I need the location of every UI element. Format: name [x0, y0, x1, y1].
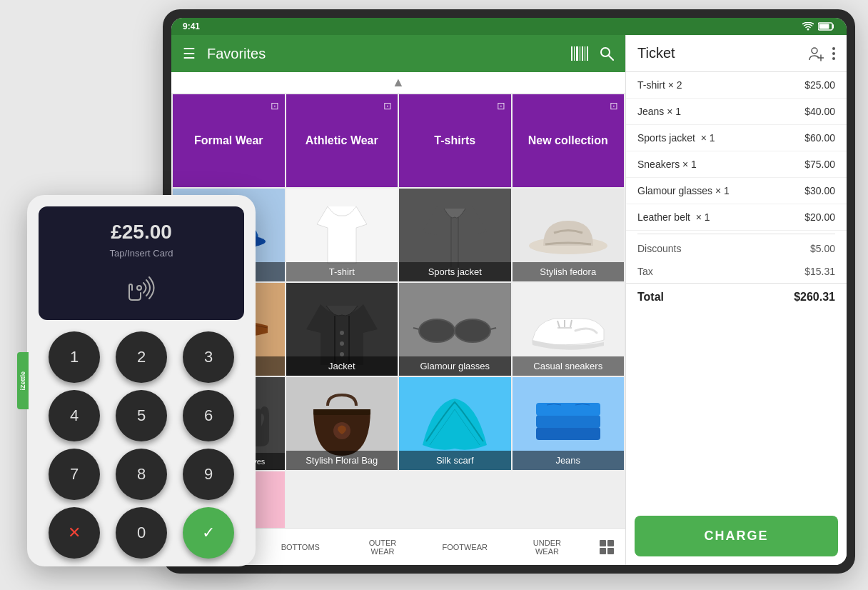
svg-rect-7 [580, 46, 580, 61]
tablet: 9:41 [163, 9, 855, 574]
svg-rect-34 [313, 409, 370, 415]
key-9[interactable]: 9 [183, 449, 234, 500]
scroll-indicator: ▲ [171, 72, 625, 93]
tile-label: Athletic Wear [286, 130, 398, 151]
key-cancel[interactable]: ✕ [49, 507, 100, 559]
svg-line-12 [609, 56, 613, 60]
reader-amount: £25.00 [50, 221, 233, 244]
reader-screen: £25.00 Tap/Insert Card [39, 206, 244, 320]
product-tile-silkscarf[interactable]: Silk scarf [399, 377, 511, 470]
grid-icon-svg [598, 539, 615, 556]
card-reader: iZettle £25.00 Tap/Insert Card 1 2 3 [27, 195, 256, 566]
search-icon[interactable] [600, 46, 614, 61]
tile-label: Glamour glasses [399, 356, 511, 376]
status-icons [802, 22, 835, 31]
barcode-icon[interactable] [571, 46, 588, 61]
glasses-svg [412, 308, 498, 351]
reader-instruction: Tap/Insert Card [50, 248, 233, 259]
svg-rect-36 [536, 427, 600, 440]
tile-corner-icon: ⊡ [383, 100, 392, 111]
svg-point-21 [340, 341, 344, 346]
ticket-header: Ticket [626, 35, 847, 72]
svg-point-0 [137, 286, 141, 290]
nav-bottoms[interactable]: BOTTOMS [259, 540, 341, 554]
ticket-item: Sneakers × 1 $75.00 [626, 151, 847, 178]
key-6[interactable]: 6 [183, 390, 234, 441]
svg-rect-37 [536, 415, 600, 428]
category-tile-tshirts[interactable]: ⊡ T-shirts [399, 94, 511, 187]
sneakers-svg [525, 301, 611, 358]
add-person-icon[interactable] [808, 46, 824, 61]
scarf-svg [412, 388, 498, 459]
product-tile-stylishtfloralbag[interactable]: Stylish Floral Bag [286, 377, 398, 470]
nav-outerwear[interactable]: OUTERWEAR [341, 536, 423, 559]
svg-rect-38 [536, 403, 600, 416]
category-tile-newcollection[interactable]: ⊡ New collection [513, 94, 625, 187]
svg-point-20 [340, 331, 344, 335]
keypad: 1 2 3 4 5 6 7 8 9 ✕ 0 ✓ [39, 331, 244, 559]
product-tile-stylishfedora[interactable]: Stylish fedora [513, 189, 625, 281]
product-tile-jacket[interactable]: Jacket [286, 283, 398, 376]
svg-rect-47 [600, 548, 606, 554]
brand-label: iZettle [19, 371, 26, 391]
tile-corner-icon: ⊡ [271, 100, 279, 111]
scroll-arrow-icon: ▲ [392, 75, 405, 90]
key-3[interactable]: 3 [183, 331, 234, 383]
svg-rect-46 [607, 540, 614, 546]
status-bar: 9:41 [171, 18, 847, 35]
svg-rect-3 [819, 24, 829, 29]
ticket-panel: Ticket [625, 35, 847, 565]
category-tile-athletic[interactable]: ⊡ Athletic Wear [286, 94, 398, 187]
menu-icon[interactable]: ☰ [183, 45, 196, 62]
nav-underwear[interactable]: UNDERWEAR [506, 536, 588, 559]
key-1[interactable]: 1 [49, 331, 100, 383]
svg-rect-10 [587, 46, 588, 61]
svg-point-49 [812, 48, 817, 54]
top-bar: ☰ Favorites [171, 35, 625, 72]
status-time: 9:41 [183, 21, 200, 31]
svg-point-11 [601, 48, 610, 56]
ticket-item: Leather belt × 1 $20.00 [626, 204, 847, 231]
tile-label: Silk scarf [399, 451, 511, 470]
svg-rect-4 [571, 46, 572, 61]
key-2[interactable]: 2 [116, 331, 167, 383]
more-options-icon[interactable] [832, 47, 835, 60]
key-7[interactable]: 7 [49, 449, 100, 500]
product-tile-jeans[interactable]: Jeans [513, 377, 625, 470]
product-tile-glamourglasses[interactable]: Glamour glasses [399, 283, 511, 376]
category-tile-formal[interactable]: ⊡ Formal Wear [173, 94, 285, 187]
tax-row: Tax $15.31 [626, 260, 847, 283]
battery-icon [818, 22, 835, 31]
svg-line-29 [490, 328, 496, 329]
key-confirm[interactable]: ✓ [183, 507, 234, 559]
ticket-divider [637, 234, 835, 234]
key-0[interactable]: 0 [116, 507, 167, 559]
product-tile-tshirt[interactable]: T-shirt [286, 189, 398, 281]
grid-view-icon[interactable] [594, 534, 620, 560]
tile-corner-icon: ⊡ [610, 100, 618, 111]
wifi-icon [802, 22, 814, 31]
svg-point-53 [832, 52, 835, 55]
tile-label: Casual sneakers [513, 356, 625, 376]
tile-label: Jacket [286, 356, 398, 376]
svg-point-1 [807, 29, 809, 31]
key-8[interactable]: 8 [116, 449, 167, 500]
brand-tab: iZettle [17, 352, 29, 409]
tile-label: New collection [513, 130, 625, 151]
tile-label: Stylish Floral Bag [286, 451, 398, 470]
top-bar-title: Favorites [207, 46, 266, 62]
ticket-summary: Discounts $5.00 Tax $15.31 [626, 237, 847, 283]
discount-row: Discounts $5.00 [626, 237, 847, 260]
product-tile-casualsneakers[interactable]: Casual sneakers [513, 283, 625, 376]
svg-point-52 [832, 47, 835, 50]
tile-label: T-shirt [286, 262, 398, 281]
nav-footwear[interactable]: FOOTWEAR [424, 540, 506, 554]
svg-rect-45 [600, 540, 606, 546]
key-5[interactable]: 5 [116, 390, 167, 441]
tile-corner-icon: ⊡ [497, 100, 505, 111]
charge-button[interactable]: CHARGE [635, 516, 838, 556]
key-4[interactable]: 4 [49, 390, 100, 441]
product-tile-sportsjacket[interactable]: Sports jacket [399, 189, 511, 281]
tile-label: Formal Wear [173, 130, 285, 151]
ticket-items: T-shirt × 2 $25.00 Jeans × 1 $40.00 Spor… [626, 72, 847, 507]
